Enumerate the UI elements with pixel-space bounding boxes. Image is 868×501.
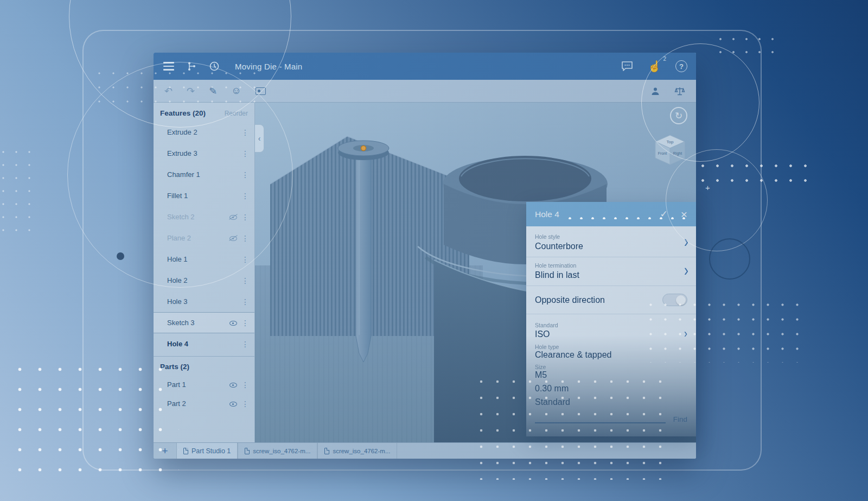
param-value: 0.30 mm [535, 384, 687, 394]
reorder-button[interactable]: Reorder [225, 110, 248, 117]
help-icon[interactable]: ? [675, 60, 687, 72]
row-menu-icon[interactable]: ⋮ [240, 255, 250, 264]
add-tab-button[interactable]: + [154, 443, 176, 459]
feature-row[interactable]: Hole 1 ⋮ [154, 249, 254, 270]
hole-feature-dialog: Hole 4 ✓ × Hole style Counterbore › Hole… [526, 202, 696, 436]
row-menu-icon[interactable]: ⋮ [240, 170, 250, 179]
redo-icon[interactable]: ↷ [187, 85, 195, 97]
row-menu-icon[interactable]: ⋮ [240, 149, 250, 158]
row-menu-icon[interactable]: ⋮ [240, 297, 250, 306]
feature-label: Hole 4 [167, 340, 240, 348]
param-label: Hole type [535, 344, 687, 350]
part-row[interactable]: Part 1 ⋮ [154, 375, 254, 394]
param-value: Standard [535, 397, 687, 407]
user-icon[interactable] [650, 86, 660, 96]
feature-label: Extrude 2 [167, 128, 240, 136]
sketch-point [361, 146, 366, 151]
feature-row[interactable]: Hole 4 ⋮ [154, 333, 254, 354]
hamburger-menu-icon[interactable] [163, 62, 174, 70]
row-menu-icon[interactable]: ⋮ [240, 192, 250, 200]
row-menu-icon[interactable]: ⋮ [240, 234, 250, 243]
dialog-param-row[interactable]: Hole type Clearance & tapped › [526, 341, 696, 362]
sketch-pencil-icon[interactable]: ✎ [209, 85, 217, 97]
feature-label: Chamfer 1 [167, 170, 240, 179]
smiley-face-icon[interactable]: ☺ [231, 85, 241, 97]
chevron-right-icon: › [684, 261, 688, 280]
feature-row[interactable]: Sketch 2 ⋮ [154, 206, 254, 227]
dialog-param-row[interactable]: Size M5 › [526, 362, 696, 382]
hole-termination-row[interactable]: Hole termination Blind in last › [526, 257, 696, 286]
row-menu-icon[interactable]: ⋮ [240, 319, 250, 327]
dialog-param-row[interactable]: 0.30 mm › [526, 382, 696, 395]
hole-style-value: Counterbore [535, 242, 687, 251]
document-tab[interactable]: Part Studio 1 [176, 443, 238, 459]
hole-style-label: Hole style [535, 233, 687, 240]
feature-label: Hole 2 [167, 276, 240, 284]
feature-label: Sketch 3 [167, 319, 229, 327]
decor-dots [0, 145, 38, 238]
hole-parameters: Standard ISO › Hole type Clearance & tap… [526, 314, 696, 409]
document-title: Moving Die - Main [235, 62, 302, 71]
touch-badge: 2 [663, 56, 666, 62]
confirm-check-icon[interactable]: ✓ [660, 208, 667, 220]
row-menu-icon[interactable]: ⋮ [240, 399, 250, 408]
viewcube-top-label: Top [667, 139, 674, 144]
touch-gesture-icon[interactable]: ☝2 [648, 60, 661, 73]
features-panel: Features (20) Reorder Extrude 2 ⋮ Extrud… [154, 103, 255, 442]
feature-row[interactable]: Extrude 2 ⋮ [154, 122, 254, 143]
param-value: Clearance & tapped [535, 350, 687, 360]
feature-label: Fillet 1 [167, 192, 240, 200]
tab-label: Part Studio 1 [192, 447, 231, 455]
find-link[interactable]: Find [673, 415, 687, 423]
feature-row[interactable]: Chamfer 1 ⋮ [154, 164, 254, 185]
insert-image-icon[interactable] [256, 87, 266, 95]
row-menu-icon[interactable]: ⋮ [240, 340, 250, 348]
undo-icon[interactable]: ↶ [164, 85, 173, 97]
hole-style-row[interactable]: Hole style Counterbore › [526, 229, 696, 257]
row-menu-icon[interactable]: ⋮ [240, 213, 250, 221]
find-row: Find [526, 409, 696, 423]
part-label: Part 2 [167, 399, 229, 408]
measure-scale-icon[interactable] [674, 86, 685, 96]
document-tab[interactable]: screw_iso_4762-m... [317, 443, 397, 459]
visibility-eye-icon[interactable] [229, 380, 238, 389]
dialog-param-row[interactable]: Standard ISO › [526, 320, 696, 341]
tab-label: screw_iso_4762-m... [333, 448, 390, 454]
feature-row[interactable]: Fillet 1 ⋮ [154, 185, 254, 206]
feature-label: Plane 2 [167, 234, 229, 242]
feature-row[interactable]: Sketch 3 ⋮ [154, 312, 254, 333]
view-cube[interactable]: Top Front Right [650, 131, 690, 170]
orbit-reset-icon[interactable]: ↻ [670, 107, 687, 124]
panel-collapse-handle[interactable]: ‹ [255, 124, 264, 153]
feature-row[interactable]: Hole 3 ⋮ [154, 291, 254, 312]
viewcube-front-label: Front [658, 151, 667, 155]
part-label: Part 1 [167, 380, 229, 389]
document-icon [245, 448, 250, 454]
dialog-param-row[interactable]: Standard › [526, 395, 696, 409]
hole-termination-value: Blind in last [535, 270, 687, 280]
close-icon[interactable]: × [681, 208, 687, 220]
dialog-title: Hole 4 [535, 210, 660, 219]
document-icon [324, 448, 329, 454]
row-menu-icon[interactable]: ⋮ [240, 276, 250, 285]
input-underline[interactable] [535, 416, 666, 423]
version-tree-icon[interactable] [186, 61, 197, 72]
feature-row[interactable]: Plane 2 ⋮ [154, 227, 254, 249]
part-row[interactable]: Part 2 ⋮ [154, 394, 254, 413]
feature-label: Sketch 2 [167, 213, 229, 221]
row-menu-icon[interactable]: ⋮ [240, 380, 250, 389]
visibility-eye-icon[interactable] [229, 399, 238, 408]
history-clock-icon[interactable] [209, 61, 220, 72]
document-tab[interactable]: screw_iso_4762-m... [238, 443, 317, 459]
comments-icon[interactable] [621, 60, 634, 72]
visibility-eye-icon[interactable] [229, 319, 238, 327]
param-value: ISO [535, 329, 684, 339]
dialog-header: Hole 4 ✓ × [526, 202, 696, 226]
visibility-eye-icon[interactable] [229, 234, 238, 243]
opposite-direction-toggle[interactable] [662, 294, 687, 306]
document-icon [183, 448, 188, 454]
feature-row[interactable]: Hole 2 ⋮ [154, 270, 254, 291]
visibility-eye-icon[interactable] [229, 213, 238, 221]
row-menu-icon[interactable]: ⋮ [240, 128, 250, 137]
feature-row[interactable]: Extrude 3 ⋮ [154, 143, 254, 164]
